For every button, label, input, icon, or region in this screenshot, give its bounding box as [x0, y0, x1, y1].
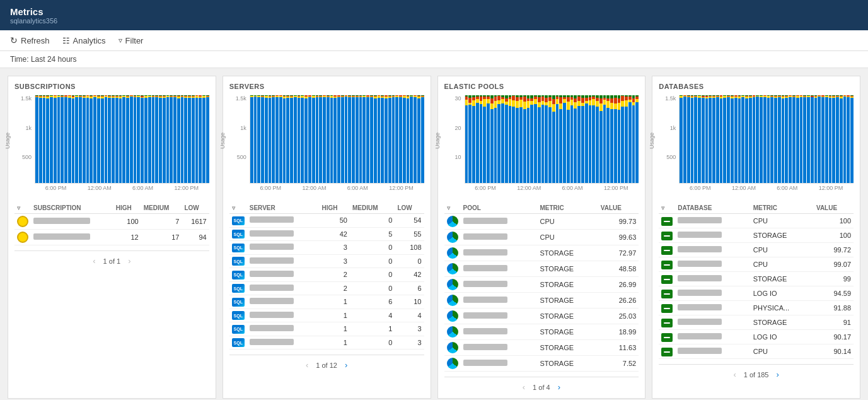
table-row: SQL50054: [229, 214, 424, 228]
sql-server-icon: SQL: [232, 257, 245, 266]
value-cell: 99: [814, 272, 854, 286]
analytics-button[interactable]: ☷ Analytics: [62, 36, 106, 45]
chart-bar: [308, 95, 311, 183]
chart-bar: [316, 95, 319, 183]
chart-bar: [716, 95, 719, 183]
elastic-pool-icon: [447, 295, 458, 306]
chart-bar: [388, 95, 391, 183]
sql-server-icon: SQL: [232, 325, 245, 334]
column-header: DATABASE: [675, 203, 750, 214]
chart-bar: [330, 95, 333, 183]
chart-bar: [782, 95, 785, 183]
app-header: Metrics sqlanalytics356: [0, 0, 868, 30]
low-value: 3: [395, 336, 424, 350]
metric-value: STORAGE: [538, 309, 598, 324]
value-cell: 100: [814, 228, 854, 243]
row-name-cell: [247, 309, 320, 322]
chart-bar: [821, 95, 825, 183]
row-name-cell: [247, 295, 320, 309]
chart-bar: [46, 95, 49, 183]
value-cell: 11.63: [598, 340, 639, 356]
refresh-button[interactable]: ↻ Refresh: [10, 35, 50, 45]
chart-bar: [483, 95, 486, 183]
row-icon-cell: SQL: [229, 268, 247, 282]
prev-page-button[interactable]: ‹: [303, 360, 311, 370]
chart-bar: [465, 95, 468, 183]
row-name-cell: [675, 272, 750, 286]
table-row: SQL103: [229, 336, 424, 350]
chart-bar: [199, 95, 202, 183]
value-cell: 7.52: [598, 356, 639, 372]
filter-th: ▿: [14, 203, 31, 214]
row-icon-cell: [659, 214, 675, 228]
row-icon-cell: [444, 293, 461, 309]
panel-title: SUBSCRIPTIONS: [14, 83, 209, 90]
chart-bar: [206, 95, 209, 183]
value-cell: 26.26: [598, 293, 639, 309]
chart-bar: [850, 95, 854, 183]
chart-bar: [261, 95, 264, 183]
chart-bar: [836, 95, 839, 183]
low-value: 42: [395, 268, 424, 282]
row-icon-cell: [659, 257, 675, 272]
table-row: SQL113: [229, 322, 424, 336]
next-page-button[interactable]: ›: [555, 382, 563, 392]
chart-bar: [301, 95, 304, 183]
prev-page-button[interactable]: ‹: [90, 256, 98, 266]
chart-bar: [691, 95, 694, 183]
chart-bar: [202, 95, 205, 183]
table-row: CPU99.72: [659, 243, 854, 257]
page-info: 1 of 1: [103, 257, 121, 265]
chart-bar: [501, 95, 504, 183]
row-name-cell: [675, 330, 750, 344]
row-icon-cell: [444, 340, 461, 356]
chart-bar: [614, 95, 617, 183]
chart-bar: [97, 95, 100, 183]
chart-bar: [166, 95, 170, 183]
table-row: STORAGE11.63: [444, 340, 639, 356]
metric-value: CPU: [751, 243, 814, 257]
chart-bar: [796, 95, 799, 183]
value-cell: 72.97: [598, 245, 639, 261]
chart-bar: [606, 95, 610, 183]
chart-bar: [378, 95, 381, 183]
column-header: VALUE: [814, 203, 854, 214]
column-header: METRIC: [751, 203, 814, 214]
chart-bar: [534, 95, 537, 183]
panel-title: DATABASES: [659, 83, 854, 90]
chart-bar: [635, 95, 639, 183]
filter-icon: ▿: [119, 36, 122, 45]
chart-bar: [832, 95, 835, 183]
table-row: STORAGE99: [659, 272, 854, 286]
metric-value: STORAGE: [751, 272, 814, 286]
chart-bar: [137, 95, 140, 183]
sql-server-icon: SQL: [232, 271, 245, 279]
next-page-button[interactable]: ›: [125, 256, 133, 266]
chart-bar: [789, 95, 792, 183]
chart-bar: [800, 95, 803, 183]
next-page-button[interactable]: ›: [774, 370, 782, 379]
row-icon-cell: [444, 230, 461, 245]
chart-bar: [152, 95, 155, 183]
row-name-cell: [247, 322, 320, 336]
table-row: STORAGE18.99: [444, 324, 639, 340]
prev-page-button[interactable]: ‹: [520, 382, 528, 392]
chart-bar: [840, 95, 843, 183]
chart-bar: [472, 95, 475, 183]
usage-label: Usage: [4, 132, 11, 149]
next-page-button[interactable]: ›: [342, 360, 350, 370]
table-row: SQL300: [229, 254, 424, 268]
chart-bar: [702, 95, 705, 183]
low-value: 4: [395, 309, 424, 322]
chart-bar: [712, 95, 715, 183]
chart-bar: [705, 95, 709, 183]
chart-bar: [112, 95, 115, 183]
value-cell: 18.99: [598, 324, 639, 340]
chart-bar: [352, 95, 355, 183]
chart-bar: [778, 95, 781, 183]
pagination: ‹ 1 of 1 ›: [14, 250, 209, 266]
prev-page-button[interactable]: ‹: [731, 370, 738, 379]
filter-button[interactable]: ▿ Filter: [119, 36, 144, 45]
chart-bar: [527, 95, 530, 183]
chart-bar: [734, 95, 738, 183]
